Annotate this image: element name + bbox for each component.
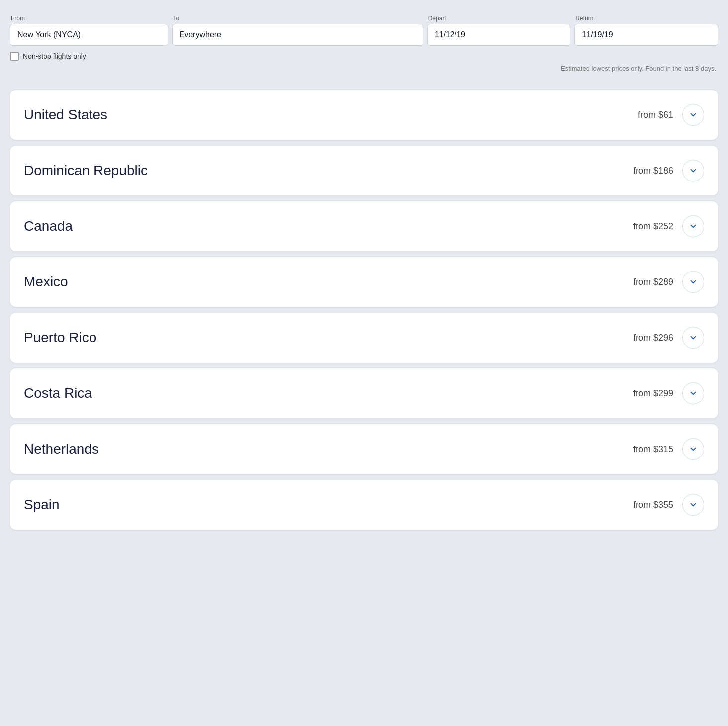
to-label: To	[172, 15, 423, 22]
expand-button[interactable]	[682, 438, 704, 460]
destination-right: from $296	[633, 327, 704, 349]
destination-card[interactable]: Dominican Republic from $186	[10, 146, 718, 195]
destination-price: from $296	[633, 333, 673, 343]
destination-right: from $315	[633, 438, 704, 460]
destination-right: from $355	[633, 494, 704, 516]
destination-price: from $252	[633, 221, 673, 232]
disclaimer: Estimated lowest prices only. Found in t…	[10, 65, 718, 72]
from-input[interactable]	[10, 24, 168, 46]
destination-price: from $355	[633, 500, 673, 510]
chevron-down-icon	[689, 277, 698, 286]
destination-name: Netherlands	[24, 441, 99, 457]
nonstop-label: Non-stop flights only	[23, 52, 86, 60]
destination-name: Mexico	[24, 274, 68, 290]
destination-price: from $299	[633, 388, 673, 399]
depart-input[interactable]	[427, 24, 571, 46]
destination-right: from $289	[633, 271, 704, 293]
expand-button[interactable]	[682, 271, 704, 293]
destination-card[interactable]: Puerto Rico from $296	[10, 313, 718, 363]
expand-button[interactable]	[682, 382, 704, 404]
destination-price: from $289	[633, 277, 673, 287]
expand-button[interactable]	[682, 494, 704, 516]
destination-right: from $252	[633, 215, 704, 237]
chevron-down-icon	[689, 333, 698, 342]
chevron-down-icon	[689, 445, 698, 454]
destination-card[interactable]: Mexico from $289	[10, 257, 718, 307]
to-input[interactable]	[172, 24, 423, 46]
destination-name: Canada	[24, 218, 73, 234]
destination-price: from $186	[633, 166, 673, 176]
from-field-group: From	[10, 15, 168, 46]
destination-right: from $186	[633, 160, 704, 182]
destination-price: from $315	[633, 444, 673, 454]
chevron-down-icon	[689, 166, 698, 175]
from-label: From	[10, 15, 168, 22]
chevron-down-icon	[689, 222, 698, 231]
destination-right: from $299	[633, 382, 704, 404]
to-field-group: To	[172, 15, 423, 46]
expand-button[interactable]	[682, 104, 704, 126]
expand-button[interactable]	[682, 160, 704, 182]
search-form: From To Depart Return Non-stop flights o…	[10, 10, 718, 90]
destination-card[interactable]: Canada from $252	[10, 201, 718, 251]
expand-button[interactable]	[682, 327, 704, 349]
destination-card[interactable]: United States from $61	[10, 90, 718, 140]
chevron-down-icon	[689, 389, 698, 398]
results-list: United States from $61 Dominican Republi…	[10, 90, 718, 530]
destination-name: Dominican Republic	[24, 163, 148, 179]
destination-card[interactable]: Netherlands from $315	[10, 424, 718, 474]
destination-card[interactable]: Spain from $355	[10, 480, 718, 530]
nonstop-checkbox[interactable]	[10, 52, 19, 61]
expand-button[interactable]	[682, 215, 704, 237]
destination-name: Costa Rica	[24, 385, 92, 401]
destination-card[interactable]: Costa Rica from $299	[10, 368, 718, 418]
destination-right: from $61	[638, 104, 704, 126]
destination-price: from $61	[638, 110, 673, 120]
chevron-down-icon	[689, 110, 698, 119]
destination-name: United States	[24, 107, 107, 123]
return-label: Return	[574, 15, 718, 22]
depart-field-group: Depart	[427, 15, 571, 46]
destination-name: Spain	[24, 497, 60, 513]
return-field-group: Return	[574, 15, 718, 46]
chevron-down-icon	[689, 500, 698, 509]
search-fields: From To Depart Return	[10, 15, 718, 46]
depart-label: Depart	[427, 15, 571, 22]
nonstop-row: Non-stop flights only	[10, 52, 718, 61]
destination-name: Puerto Rico	[24, 330, 96, 346]
return-input[interactable]	[574, 24, 718, 46]
